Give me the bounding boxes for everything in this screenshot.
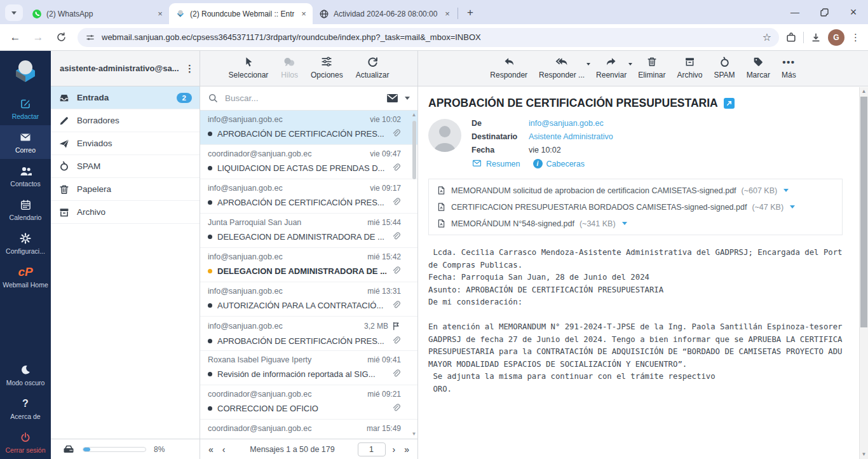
scroll-down-icon[interactable]: ▼ — [411, 431, 417, 437]
sidebar-item-people[interactable]: Contactos — [0, 159, 51, 193]
list-scrollbar[interactable]: ▲ ▼ — [411, 112, 417, 437]
toolbar-button-dots[interactable]: ••• Más — [782, 55, 796, 86]
sidebar-item-calendar[interactable]: Calendario — [0, 193, 51, 226]
disk-icon — [62, 444, 75, 455]
extensions-icon[interactable] — [785, 32, 797, 43]
message-list-item[interactable]: info@sanjuan.gob.ec vie 10:02 APROBACIÓN… — [200, 111, 417, 145]
attachment-menu-caret-icon[interactable] — [783, 189, 789, 192]
attachment-size: (~607 KB) — [742, 186, 778, 195]
toolbar-button-reply[interactable]: Responder — [490, 55, 527, 86]
view-scrollbar[interactable]: ▲ ▼ — [859, 87, 868, 459]
browser-tab[interactable]: (2) WhatsApp × — [25, 3, 169, 24]
back-button[interactable]: ← — [5, 27, 25, 48]
dropdown-caret-icon[interactable] — [587, 63, 590, 65]
minimize-button[interactable]: — — [780, 0, 810, 24]
header-value[interactable]: Asistente Administrativo — [529, 132, 613, 141]
reload-button[interactable] — [51, 27, 71, 48]
address-bar[interactable]: webmail.sanjuan.gob.ec/cpsess3645371171/… — [78, 28, 779, 47]
message-list-item[interactable]: info@sanjuan.gob.ec mié 15:42 DELEGACION… — [200, 248, 417, 282]
toolbar-button-cursor[interactable]: Seleccionar — [229, 55, 269, 86]
message-list-item[interactable]: info@sanjuan.gob.ec vie 09:17 APROBACIÓN… — [200, 179, 417, 214]
inbox-icon — [58, 92, 70, 103]
tab-close-icon[interactable]: × — [155, 9, 165, 19]
sidebar-item-envelope[interactable]: Correo — [0, 125, 51, 159]
message-list-item[interactable]: Junta Parroquial San Juan mié 15:44 DELE… — [200, 214, 417, 248]
browser-tab[interactable]: (2) Roundcube Webmail :: Entra × — [169, 3, 313, 24]
search-options-chevron-icon[interactable] — [405, 97, 410, 100]
message-action-envelope-outline[interactable]: Resumen — [471, 160, 520, 168]
folder-item-inbox[interactable]: Entrada 2 — [51, 86, 200, 109]
attachment-name[interactable]: MEMORÁNDUM N°548-signed.pdf — [451, 219, 574, 228]
message-list-item[interactable]: coordinador@sanjuan.gob.ec mar 15:49 — [200, 420, 417, 439]
browser-menu-icon[interactable]: ⋮ — [851, 32, 860, 43]
scroll-up-icon[interactable]: ▲ — [860, 87, 868, 96]
view-scroll-thumb[interactable] — [860, 97, 867, 327]
message-list-item[interactable]: info@sanjuan.gob.ec mié 13:31 AUTORIZACI… — [200, 282, 417, 317]
first-page-button[interactable]: « — [207, 444, 215, 455]
sidebar-item-power[interactable]: Cerrar sesión — [0, 425, 51, 459]
sidebar-item-question[interactable]: ? Acerca de — [0, 392, 51, 425]
message-list-item[interactable]: coordinador@sanjuan.gob.ec mié 09:21 COR… — [200, 385, 417, 420]
tab-close-icon[interactable]: × — [299, 9, 309, 19]
account-menu-icon[interactable]: ⋮ — [185, 63, 194, 74]
toolbar-button-archive[interactable]: Archivo — [677, 55, 702, 86]
attachment-item[interactable]: CERTIFICACION PRESUPUESTARIA BORDADOS CA… — [437, 202, 834, 212]
scroll-up-icon[interactable]: ▲ — [411, 112, 417, 118]
attachment-name[interactable]: CERTIFICACION PRESUPUESTARIA BORDADOS CA… — [451, 203, 747, 212]
sidebar-item-cpanel[interactable]: cP Webmail Home — [0, 260, 51, 294]
sidebar-item-moon[interactable]: Modo oscuro — [0, 358, 51, 392]
refresh-icon — [367, 55, 379, 68]
profile-avatar[interactable]: G — [828, 29, 844, 46]
toolbar-button-trash[interactable]: Eliminar — [638, 55, 665, 86]
message-list-item[interactable]: info@sanjuan.gob.ec 3,2 MB APROBACIÓN DE… — [200, 317, 417, 351]
toolbar-button-tag[interactable]: Marcar — [747, 55, 770, 86]
forward-button[interactable]: → — [28, 27, 48, 48]
message-list-item[interactable]: Roxana Isabel Piguave Iperty mié 09:41 R… — [200, 351, 417, 385]
attachment-name[interactable]: MEMORANDUM solicitud de aprobacion de ce… — [451, 186, 736, 195]
toolbar-button-replyall[interactable]: Responder ... — [539, 55, 585, 86]
open-in-new-window-icon[interactable] — [724, 98, 735, 109]
close-button[interactable]: × — [839, 0, 868, 24]
folder-item-pencil[interactable]: Borradores — [51, 109, 200, 132]
sidebar-item-gear[interactable]: Configuraci... — [0, 226, 51, 260]
download-icon[interactable] — [810, 32, 822, 43]
chevron-down-icon — [11, 11, 17, 15]
tab-search-button[interactable] — [5, 4, 23, 21]
browser-tab[interactable]: Actividad 2024-06-28 08:00:00 × — [313, 3, 456, 24]
page-number-input[interactable] — [358, 442, 386, 456]
new-tab-button[interactable]: + — [462, 4, 478, 21]
next-page-button[interactable]: › — [391, 444, 398, 455]
message-list-item[interactable]: coordinador@sanjuan.gob.ec vie 09:47 LIQ… — [200, 145, 417, 179]
tab-close-icon[interactable]: × — [442, 9, 452, 19]
bookmark-star-icon[interactable]: ☆ — [763, 31, 771, 43]
message-subject: APROBACIÓN DE CERTIFICACIÓN PRES... — [217, 336, 386, 346]
toolbar-button-sliders[interactable]: Opciones — [311, 55, 343, 86]
folder-item-trash[interactable]: Papelera — [51, 178, 200, 201]
toolbar-button-forwardmsg[interactable]: Reenviar — [596, 55, 627, 86]
folder-item-fire[interactable]: SPAM — [51, 155, 200, 178]
list-scroll-thumb[interactable] — [412, 121, 416, 179]
message-action-info[interactable]: i Cabeceras — [533, 159, 585, 168]
search-scope-envelope-icon[interactable] — [386, 93, 398, 103]
toolbar-button-refresh[interactable]: Actualizar — [356, 55, 390, 86]
attachment-menu-caret-icon[interactable] — [790, 205, 795, 209]
attachment-menu-caret-icon[interactable] — [622, 222, 627, 225]
toolbar-button-fire[interactable]: SPAM — [714, 55, 735, 86]
attachment-item[interactable]: MEMORANDUM solicitud de aprobacion de ce… — [437, 185, 834, 196]
header-value[interactable]: info@sanjuan.gob.ec — [529, 119, 604, 128]
prev-page-button[interactable]: ‹ — [220, 444, 227, 455]
message-date: mié 15:42 — [367, 252, 401, 261]
dropdown-caret-icon[interactable] — [628, 63, 632, 65]
search-input[interactable] — [225, 93, 380, 103]
flag-icon[interactable] — [391, 321, 401, 331]
folder-item-archive[interactable]: Archivo — [51, 201, 200, 224]
scroll-down-icon[interactable]: ▼ — [860, 450, 868, 459]
sidebar-item-compose[interactable]: Redactar — [0, 92, 51, 125]
attachment-item[interactable]: MEMORÁNDUM N°548-signed.pdf (~341 KB) — [437, 218, 834, 229]
url-text[interactable]: webmail.sanjuan.gob.ec/cpsess3645371171/… — [102, 32, 756, 42]
folder-item-plane[interactable]: Enviados — [51, 132, 200, 155]
last-page-button[interactable]: » — [402, 444, 411, 455]
restore-button[interactable] — [810, 0, 839, 24]
quota-bar-fill — [83, 448, 90, 451]
toolbar-button-bubbles[interactable]: Hilos — [281, 55, 298, 86]
